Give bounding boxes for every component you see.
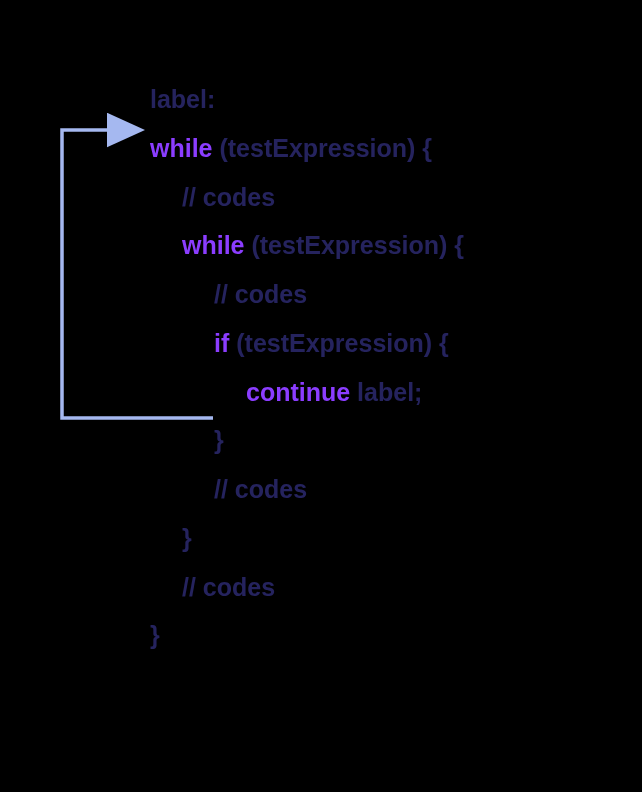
if-cond: (testExpression) { bbox=[229, 329, 449, 357]
code-diagram: label: while (testExpression) { // codes… bbox=[150, 75, 464, 660]
continue-keyword: continue bbox=[246, 378, 350, 406]
if-keyword: if bbox=[214, 329, 229, 357]
codes-comment-2: // codes bbox=[214, 270, 464, 319]
codes-comment-3: // codes bbox=[214, 465, 464, 514]
while-cond: (testExpression) { bbox=[245, 231, 465, 259]
continue-line: continue label; bbox=[246, 368, 464, 417]
label-line: label: bbox=[150, 75, 464, 124]
codes-comment-4: // codes bbox=[182, 563, 464, 612]
inner-while-line: while (testExpression) { bbox=[182, 221, 464, 270]
while-keyword: while bbox=[182, 231, 245, 259]
close-brace-outer: } bbox=[150, 611, 464, 660]
continue-label: label; bbox=[350, 378, 422, 406]
close-brace-inner: } bbox=[182, 514, 464, 563]
label-text: label: bbox=[150, 85, 215, 113]
close-brace-if: } bbox=[214, 416, 464, 465]
if-line: if (testExpression) { bbox=[214, 319, 464, 368]
codes-comment-1: // codes bbox=[182, 173, 464, 222]
while-cond: (testExpression) { bbox=[213, 134, 433, 162]
outer-while-line: while (testExpression) { bbox=[150, 124, 464, 173]
while-keyword: while bbox=[150, 134, 213, 162]
